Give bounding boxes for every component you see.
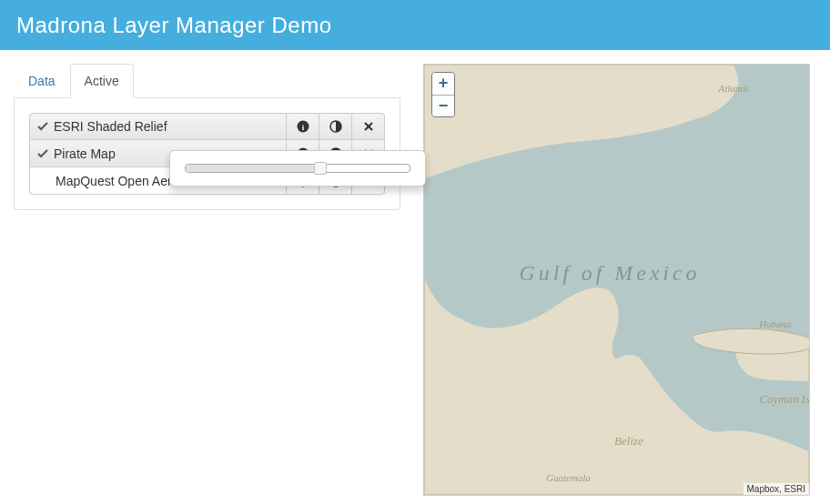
layer-name: ESRI Shaded Relief [54,119,167,134]
map-attribution: Mapbox, ESRI [744,483,809,495]
check-icon [37,122,48,131]
app-header: Madrona Layer Manager Demo [0,0,830,50]
layer-row: ESRI Shaded Relief i [29,113,385,140]
tab-active[interactable]: Active [70,64,134,98]
tab-data[interactable]: Data [14,64,70,98]
layer-opacity-button[interactable] [319,113,352,140]
layer-info-button[interactable]: i [287,113,319,140]
tab-bar: Data Active [14,64,400,98]
opacity-popover [169,150,426,186]
map-column: Gulf of Mexico Atlantic Habana Cayman Is… [423,64,816,496]
map-label-habana: Habana [758,318,792,329]
contrast-icon [329,120,342,133]
layer-name: Pirate Map [54,146,116,161]
map-label-cayman: Cayman Is. [759,392,809,406]
map-label-guatemala: Guatemala [546,472,591,483]
map-panel[interactable]: Gulf of Mexico Atlantic Habana Cayman Is… [423,64,810,496]
layer-toggle[interactable]: ESRI Shaded Relief [29,113,287,140]
slider-handle[interactable] [314,162,327,175]
info-icon: i [297,120,309,133]
app-title: Madrona Layer Manager Demo [16,13,332,38]
map-label-atlantic: Atlantic [717,83,750,94]
zoom-in-button[interactable]: + [432,73,454,95]
opacity-slider[interactable] [185,164,410,173]
zoom-control: + − [431,72,455,117]
slider-fill [186,165,320,172]
map-label-belize: Belize [614,434,643,448]
sidebar: Data Active ESRI Shaded Relief i [14,64,400,496]
close-icon [363,121,374,132]
main-content: Data Active ESRI Shaded Relief i [0,50,830,504]
map-canvas: Gulf of Mexico Atlantic Habana Cayman Is… [424,65,809,495]
check-icon [37,149,48,158]
map-label-gulf: Gulf of Mexico [520,261,701,285]
layer-name: MapQuest Open Aerial [56,174,185,188]
zoom-out-button[interactable]: − [432,95,454,116]
layer-remove-button[interactable] [352,113,385,140]
